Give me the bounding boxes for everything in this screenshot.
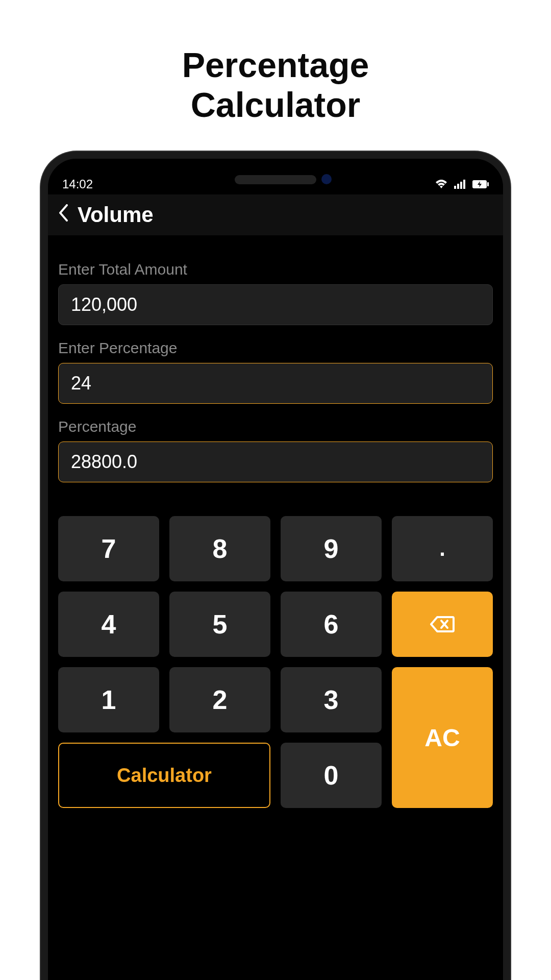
svg-rect-3 [463, 180, 465, 189]
status-bar: 14:02 [48, 174, 503, 194]
status-icons [435, 179, 489, 189]
page-title-line2: Calculator [0, 85, 551, 125]
percentage-input[interactable]: 24 [58, 363, 493, 404]
wifi-icon [435, 179, 448, 189]
page-title-line1: Percentage [0, 45, 551, 85]
header-title: Volume [78, 203, 154, 227]
key-0[interactable]: 0 [281, 743, 382, 808]
key-7[interactable]: 7 [58, 516, 159, 581]
key-dot[interactable]: . [392, 516, 493, 581]
page-title: Percentage Calculator [0, 45, 551, 125]
svg-rect-0 [454, 186, 456, 189]
key-6[interactable]: 6 [281, 592, 382, 657]
backspace-icon [430, 609, 455, 640]
key-2[interactable]: 2 [169, 667, 270, 732]
key-backspace[interactable] [392, 592, 493, 657]
key-3[interactable]: 3 [281, 667, 382, 732]
status-time: 14:02 [62, 177, 93, 191]
signal-icon [454, 180, 466, 189]
total-amount-input[interactable]: 120,000 [58, 284, 493, 325]
key-5[interactable]: 5 [169, 592, 270, 657]
keypad: 7 8 9 . 4 5 6 1 2 3 AC Calculator 0 [48, 516, 503, 808]
key-9[interactable]: 9 [281, 516, 382, 581]
svg-rect-1 [457, 184, 459, 189]
svg-rect-2 [460, 182, 462, 189]
key-1[interactable]: 1 [58, 667, 159, 732]
content-area: Enter Total Amount 120,000 Enter Percent… [48, 261, 503, 482]
app-header: Volume [48, 194, 503, 235]
result-label: Percentage [58, 418, 493, 435]
result-output: 28800.0 [58, 442, 493, 482]
phone-screen: 14:02 Volume Enter Total Amount 120, [48, 159, 503, 980]
key-calculator[interactable]: Calculator [58, 743, 270, 808]
key-8[interactable]: 8 [169, 516, 270, 581]
percentage-label: Enter Percentage [58, 339, 493, 357]
total-amount-label: Enter Total Amount [58, 261, 493, 278]
svg-rect-5 [487, 182, 489, 186]
phone-frame: 14:02 Volume Enter Total Amount 120, [41, 152, 510, 980]
battery-icon [472, 180, 489, 188]
back-icon[interactable] [58, 204, 68, 226]
key-4[interactable]: 4 [58, 592, 159, 657]
key-ac[interactable]: AC [392, 667, 493, 808]
